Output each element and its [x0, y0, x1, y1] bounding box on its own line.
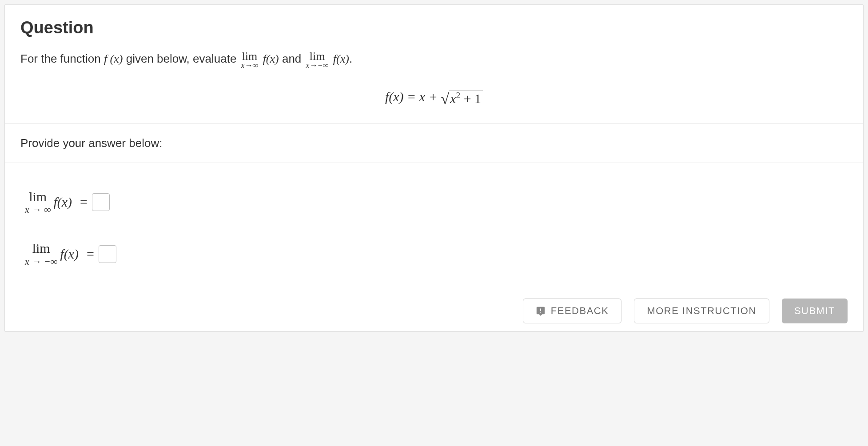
fx-3: f(x) [333, 52, 349, 65]
answer-limit-1: lim x → ∞ [25, 190, 51, 215]
feedback-icon [536, 306, 545, 316]
answer-fx-1: f(x) [53, 195, 72, 210]
answer-prompt-section: Provide your answer below: [5, 123, 863, 163]
question-prompt: For the function f (x) given below, eval… [20, 50, 848, 69]
answer-eq-2: = [87, 247, 94, 262]
question-title: Question [20, 18, 848, 37]
question-section: Question For the function f (x) given be… [5, 5, 863, 123]
answer-input-1[interactable] [92, 193, 110, 211]
answer-lim-label-2: lim [32, 241, 50, 255]
sqrt-x: x [450, 91, 456, 106]
answer-lim-sub-2: x → −∞ [25, 256, 57, 267]
limit-expr-1: lim x→∞ [241, 50, 259, 69]
fx-2: f(x) [263, 52, 279, 65]
period: . [349, 52, 352, 65]
sqrt-tail: + 1 [460, 91, 481, 106]
limit-expr-2: lim x→−∞ [306, 50, 329, 69]
answer-fx-2: f(x) [60, 247, 79, 262]
sqrt-expression: √x2 + 1 [441, 91, 483, 106]
answer-row-2: lim x → −∞ f(x) = [25, 241, 848, 267]
sqrt-exp: 2 [456, 91, 460, 100]
feedback-button[interactable]: FEEDBACK [523, 299, 622, 323]
answer-section: lim x → ∞ f(x) = lim x → −∞ f(x) = [5, 163, 863, 331]
feedback-label: FEEDBACK [551, 305, 609, 317]
answer-lim-label-1: lim [29, 189, 47, 204]
question-card: Question For the function f (x) given be… [4, 4, 864, 332]
lim-sub-1: x→∞ [241, 61, 259, 69]
answer-lim-sub-1: x → ∞ [25, 204, 51, 215]
sqrt-body: x2 + 1 [449, 91, 483, 105]
answer-prompt-text: Provide your answer below: [20, 136, 162, 150]
answer-limit-2: lim x → −∞ [25, 241, 57, 267]
submit-button[interactable]: SUBMIT [782, 299, 848, 323]
answer-input-2[interactable] [99, 245, 116, 263]
equation-lhs: f(x) = x + [385, 89, 441, 104]
sqrt-icon: √ [441, 92, 449, 107]
more-instruction-button[interactable]: MORE INSTRUCTION [634, 299, 769, 323]
answer-eq-1: = [80, 195, 88, 210]
lim-sub-2: x→−∞ [306, 61, 329, 69]
svg-rect-0 [540, 308, 541, 311]
fx-1: f (x) [104, 52, 123, 65]
and-text: and [282, 52, 301, 65]
svg-rect-1 [540, 312, 541, 313]
button-row: FEEDBACK MORE INSTRUCTION SUBMIT [523, 299, 848, 323]
prompt-text-2: given below, evaluate [126, 52, 237, 65]
equation-display: f(x) = x + √x2 + 1 [20, 89, 848, 106]
answer-row-1: lim x → ∞ f(x) = [25, 190, 848, 215]
prompt-text-1: For the function [20, 52, 101, 65]
submit-label: SUBMIT [794, 305, 835, 317]
more-instruction-label: MORE INSTRUCTION [647, 305, 756, 317]
